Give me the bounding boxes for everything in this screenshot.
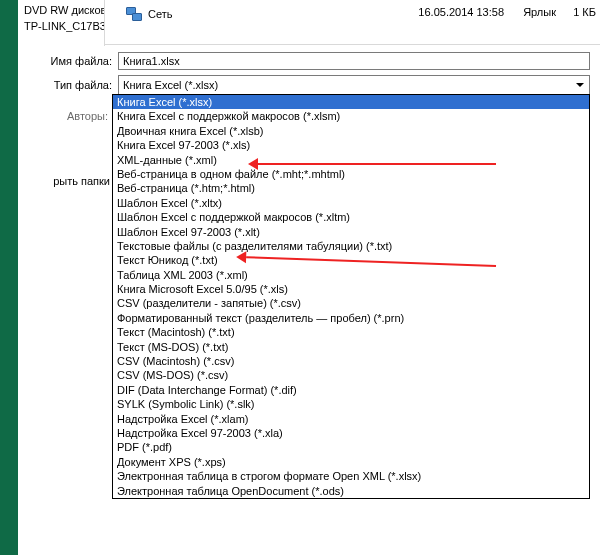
hide-folders-button[interactable]: рыть папки bbox=[0, 175, 116, 187]
filetype-option[interactable]: Шаблон Excel (*.xltx) bbox=[113, 196, 589, 210]
filetype-option[interactable]: Двоичная книга Excel (*.xlsb) bbox=[113, 124, 589, 138]
filetype-combobox[interactable]: Книга Excel (*.xlsx) bbox=[118, 75, 590, 95]
folder-tree: DVD RW дисково TP-LINK_C17B3A bbox=[18, 0, 105, 46]
filetype-option[interactable]: Надстройка Excel 97-2003 (*.xla) bbox=[113, 426, 589, 440]
filetype-option[interactable]: Таблица XML 2003 (*.xml) bbox=[113, 268, 589, 282]
filetype-option[interactable]: Книга Excel (*.xlsx) bbox=[113, 95, 589, 109]
filetype-option[interactable]: Надстройка Excel (*.xlam) bbox=[113, 412, 589, 426]
filetype-selected: Книга Excel (*.xlsx) bbox=[123, 79, 218, 91]
filetype-option[interactable]: SYLK (Symbolic Link) (*.slk) bbox=[113, 397, 589, 411]
filetype-option[interactable]: PDF (*.pdf) bbox=[113, 440, 589, 454]
tree-item-dvd[interactable]: DVD RW дисково bbox=[18, 2, 104, 18]
filetype-option[interactable]: Книга Excel с поддержкой макросов (*.xls… bbox=[113, 109, 589, 123]
filetype-option[interactable]: CSV (Macintosh) (*.csv) bbox=[113, 354, 589, 368]
filetype-option[interactable]: Электронная таблица в строгом формате Op… bbox=[113, 469, 589, 483]
filename-input[interactable] bbox=[118, 52, 590, 70]
filetype-option[interactable]: DIF (Data Interchange Format) (*.dif) bbox=[113, 383, 589, 397]
filetype-option[interactable]: Текстовые файлы (с разделителями табуляц… bbox=[113, 239, 589, 253]
file-date: 16.05.2014 13:58 bbox=[418, 6, 504, 18]
filetype-option[interactable]: Электронная таблица OpenDocument (*.ods) bbox=[113, 484, 589, 498]
filetype-option[interactable]: Документ XPS (*.xps) bbox=[113, 455, 589, 469]
separator bbox=[104, 44, 600, 45]
filetype-option[interactable]: CSV (разделители - запятые) (*.csv) bbox=[113, 296, 589, 310]
file-size: 1 КБ bbox=[573, 6, 596, 18]
filetype-option[interactable]: Шаблон Excel с поддержкой макросов (*.xl… bbox=[113, 210, 589, 224]
annotation-arrow-1 bbox=[258, 163, 496, 165]
chevron-down-icon bbox=[573, 78, 587, 92]
file-type: Ярлык bbox=[523, 6, 556, 18]
filetype-option[interactable]: Веб-страница в одном файле (*.mht;*.mhtm… bbox=[113, 167, 589, 181]
filetype-label: Тип файла: bbox=[18, 79, 118, 91]
file-name: Сеть bbox=[148, 8, 172, 20]
file-list-row-network[interactable]: Сеть bbox=[126, 6, 592, 22]
filename-label: Имя файла: bbox=[18, 55, 118, 67]
authors-label: Авторы: bbox=[34, 110, 108, 122]
filetype-option[interactable]: Текст (MS-DOS) (*.txt) bbox=[113, 340, 589, 354]
filetype-option[interactable]: CSV (MS-DOS) (*.csv) bbox=[113, 368, 589, 382]
save-form: Имя файла: Тип файла: Книга Excel (*.xls… bbox=[18, 50, 600, 98]
filetype-option[interactable]: Веб-страница (*.htm;*.html) bbox=[113, 181, 589, 195]
filetype-dropdown-list[interactable]: Книга Excel (*.xlsx)Книга Excel с поддер… bbox=[112, 94, 590, 499]
left-accent-strip bbox=[0, 0, 18, 555]
tree-item-tplink[interactable]: TP-LINK_C17B3A bbox=[18, 18, 104, 34]
tree-item-label: TP-LINK_C17B3A bbox=[24, 20, 104, 32]
filetype-option[interactable]: Шаблон Excel 97-2003 (*.xlt) bbox=[113, 225, 589, 239]
network-icon bbox=[126, 7, 142, 21]
tree-item-label: DVD RW дисково bbox=[24, 4, 104, 16]
filetype-option[interactable]: Форматированный текст (разделитель — про… bbox=[113, 311, 589, 325]
filetype-option[interactable]: Текст (Macintosh) (*.txt) bbox=[113, 325, 589, 339]
filetype-option[interactable]: Книга Microsoft Excel 5.0/95 (*.xls) bbox=[113, 282, 589, 296]
filetype-option[interactable]: Книга Excel 97-2003 (*.xls) bbox=[113, 138, 589, 152]
